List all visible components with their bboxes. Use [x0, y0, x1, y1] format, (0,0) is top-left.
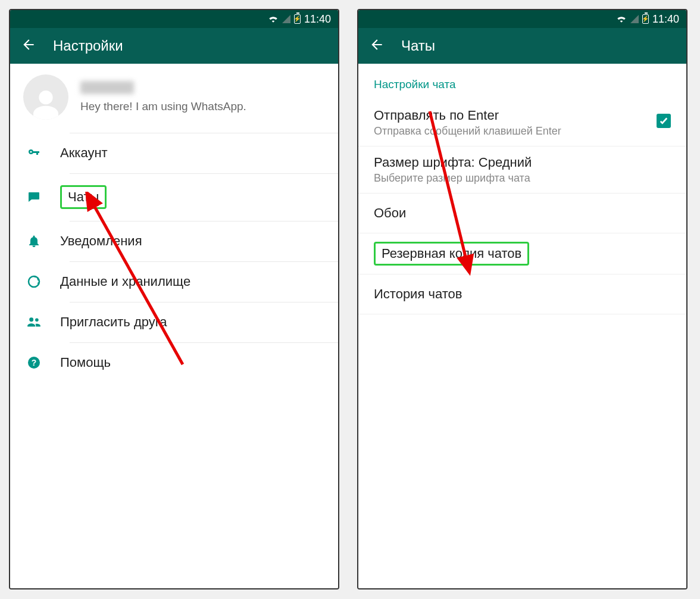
- setting-wallpaper[interactable]: Обои: [358, 194, 686, 233]
- wifi-icon: [268, 13, 279, 26]
- back-icon[interactable]: [21, 37, 36, 55]
- section-header: Настройки чата: [358, 64, 686, 99]
- settings-menu: Аккаунт Чаты Уведомления: [10, 133, 338, 383]
- setting-enter-send[interactable]: Отправлять по Enter Отправка сообщений к…: [358, 99, 686, 146]
- chat-icon: [26, 189, 42, 205]
- people-icon: [26, 314, 42, 330]
- menu-label: Аккаунт: [60, 145, 108, 161]
- setting-chat-history[interactable]: История чатов: [358, 274, 686, 314]
- menu-label: Чаты: [68, 189, 99, 204]
- status-time: 11:40: [652, 13, 679, 26]
- setting-chat-backup[interactable]: Резервная копия чатов: [358, 233, 686, 274]
- app-bar: Настройки: [10, 28, 338, 64]
- phone-settings: ⚡ 11:40 Настройки Hey there! I am using …: [9, 9, 339, 589]
- status-bar: ⚡ 11:40: [358, 10, 686, 28]
- highlight-chats: Чаты: [60, 185, 107, 209]
- avatar: [23, 74, 68, 120]
- profile-name-blurred: [80, 81, 134, 94]
- wifi-icon: [616, 13, 627, 26]
- settings-content: Hey there! I am using WhatsApp. Аккаунт …: [10, 64, 338, 588]
- setting-font-size[interactable]: Размер шрифта: Средний Выберите размер ш…: [358, 146, 686, 194]
- menu-item-help[interactable]: ? Помощь: [10, 342, 338, 383]
- chats-settings-content: Настройки чата Отправлять по Enter Отпра…: [358, 64, 686, 588]
- appbar-title: Чаты: [401, 38, 435, 54]
- battery-icon: ⚡: [294, 14, 301, 24]
- status-time: 11:40: [304, 13, 331, 26]
- setting-title: Обои: [374, 205, 671, 221]
- menu-item-data[interactable]: Данные и хранилище: [10, 261, 338, 302]
- setting-title: Резервная копия чатов: [382, 246, 521, 261]
- back-icon[interactable]: [369, 37, 385, 55]
- profile-status: Hey there! I am using WhatsApp.: [80, 100, 325, 113]
- setting-title: История чатов: [374, 286, 671, 302]
- svg-point-1: [29, 276, 39, 287]
- menu-label: Помощь: [60, 355, 111, 370]
- setting-subtitle: Выберите размер шрифта чата: [374, 172, 671, 185]
- signal-icon: [630, 15, 639, 23]
- setting-subtitle: Отправка сообщений клавишей Enter: [374, 125, 647, 138]
- menu-item-account[interactable]: Аккаунт: [10, 133, 338, 173]
- svg-text:?: ?: [32, 358, 37, 367]
- key-icon: [26, 145, 42, 161]
- svg-point-2: [29, 317, 33, 322]
- battery-icon: ⚡: [642, 14, 649, 24]
- menu-label: Пригласить друга: [60, 314, 167, 330]
- svg-point-3: [35, 318, 39, 322]
- data-icon: [26, 273, 42, 290]
- svg-point-0: [39, 91, 52, 104]
- setting-title: Размер шрифта: Средний: [374, 155, 671, 170]
- app-bar: Чаты: [358, 28, 686, 64]
- help-icon: ?: [26, 354, 42, 371]
- checkbox-checked-icon[interactable]: [657, 114, 671, 128]
- profile-row[interactable]: Hey there! I am using WhatsApp.: [10, 64, 338, 133]
- setting-title: Отправлять по Enter: [374, 108, 647, 123]
- menu-label: Уведомления: [60, 233, 142, 249]
- menu-label: Данные и хранилище: [60, 274, 190, 289]
- menu-item-chats[interactable]: Чаты: [10, 173, 338, 221]
- bell-icon: [26, 233, 42, 249]
- highlight-backup: Резервная копия чатов: [374, 242, 529, 266]
- phone-chats-settings: ⚡ 11:40 Чаты Настройки чата Отправлять п…: [357, 9, 688, 589]
- appbar-title: Настройки: [53, 38, 123, 54]
- menu-item-notifications[interactable]: Уведомления: [10, 221, 338, 261]
- signal-icon: [282, 15, 290, 23]
- menu-item-invite[interactable]: Пригласить друга: [10, 302, 338, 342]
- status-bar: ⚡ 11:40: [10, 10, 338, 28]
